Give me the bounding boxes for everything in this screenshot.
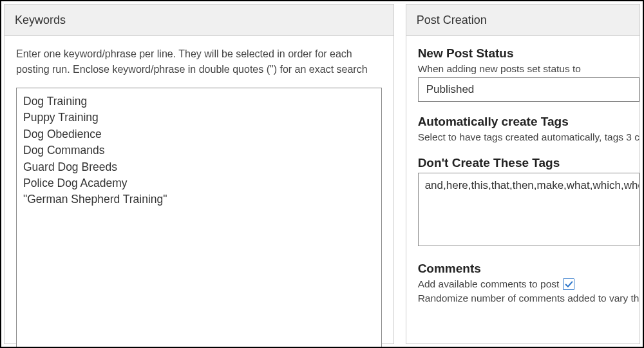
exclude-tags-textarea[interactable]: [418, 173, 639, 246]
keywords-panel: Keywords Enter one keyword/phrase per li…: [4, 4, 394, 344]
new-post-status-section: New Post Status When adding new posts se…: [418, 46, 639, 102]
comments-heading: Comments: [418, 262, 639, 276]
keywords-textarea[interactable]: [16, 88, 382, 348]
check-icon: [565, 280, 573, 289]
new-post-status-select[interactable]: [418, 77, 639, 102]
auto-tags-heading: Automatically create Tags: [418, 115, 639, 129]
comments-section: Comments Add available comments to post …: [418, 262, 639, 304]
exclude-tags-heading: Don't Create These Tags: [418, 156, 639, 170]
comments-add-label: Add available comments to post: [418, 278, 560, 290]
auto-tags-section: Automatically create Tags Select to have…: [418, 115, 639, 143]
post-creation-body: New Post Status When adding new posts se…: [406, 36, 639, 317]
new-post-status-heading: New Post Status: [418, 46, 639, 61]
keywords-help-text: Enter one keyword/phrase per line. They …: [16, 46, 382, 77]
comments-randomize-label: Randomize number of comments added to va…: [418, 293, 639, 304]
post-creation-panel: Post Creation New Post Status When addin…: [406, 4, 640, 344]
exclude-tags-section: Don't Create These Tags: [418, 156, 639, 249]
comments-add-row: Add available comments to post: [418, 278, 575, 290]
keywords-panel-body: Enter one keyword/phrase per line. They …: [5, 36, 393, 348]
keywords-panel-title: Keywords: [5, 5, 393, 36]
comments-add-checkbox[interactable]: [563, 278, 574, 290]
auto-tags-label: Select to have tags created automaticall…: [418, 131, 639, 143]
new-post-status-label: When adding new posts set status to: [418, 63, 639, 75]
post-creation-title: Post Creation: [406, 5, 639, 36]
